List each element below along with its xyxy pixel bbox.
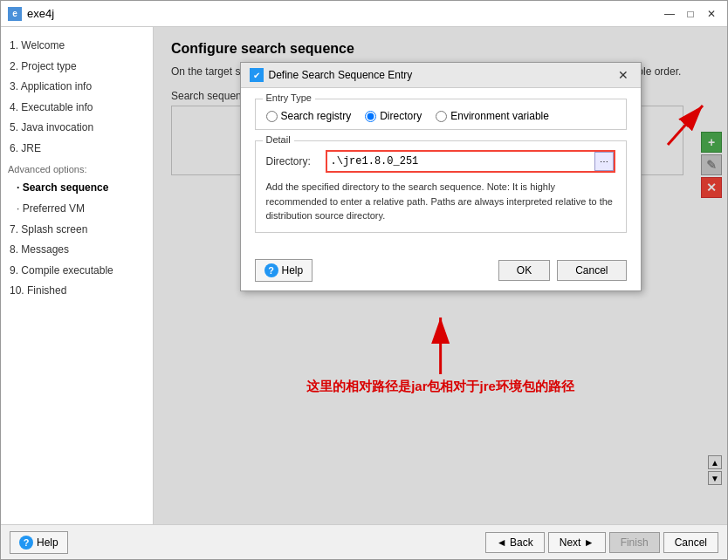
back-button[interactable]: ◄ Back — [485, 532, 545, 553]
window-title: exe4j — [27, 7, 54, 20]
sidebar-item-project-type[interactable]: 2. Project type — [8, 57, 146, 78]
bottom-right: ◄ Back Next ► Finish Cancel — [485, 532, 718, 553]
dialog-title-bar: ✔ Define Search Sequence Entry ✕ — [241, 63, 641, 88]
radio-input-env-variable[interactable] — [436, 111, 447, 122]
minimize-button[interactable]: — — [661, 5, 678, 23]
help-button[interactable]: ? Help — [10, 531, 68, 554]
bottom-bar: ? Help ◄ Back Next ► Finish Cancel — [1, 524, 727, 559]
title-bar-left: e exe4j — [8, 7, 54, 21]
sidebar-item-compile[interactable]: 9. Compile executable — [8, 261, 146, 282]
sidebar-item-messages[interactable]: 8. Messages — [8, 240, 146, 261]
radio-env-variable[interactable]: Environment variable — [436, 110, 549, 122]
sidebar-item-finished[interactable]: 10. Finished — [8, 281, 146, 302]
help-icon: ? — [264, 263, 278, 277]
sidebar-item-preferred-vm[interactable]: · Preferred VM — [8, 199, 146, 220]
sidebar-item-java-invoc[interactable]: 5. Java invocation — [8, 118, 146, 139]
dialog-body: Entry Type Search registry Directory — [241, 88, 641, 254]
sidebar-item-exec-info[interactable]: 4. Executable info — [8, 98, 146, 119]
detail-label: Detail — [263, 134, 294, 145]
dialog-title-icon: ✔ — [250, 68, 264, 82]
bottom-help-icon: ? — [19, 536, 33, 550]
radio-input-search-registry[interactable] — [266, 111, 278, 122]
sidebar-item-app-info[interactable]: 3. Application info — [8, 77, 146, 98]
sidebar-item-splash[interactable]: 7. Splash screen — [8, 220, 146, 241]
dialog-footer: ? Help OK Cancel — [241, 254, 641, 290]
browse-button[interactable]: ⋯ — [594, 152, 614, 171]
next-button[interactable]: Next ► — [548, 532, 606, 553]
directory-row: Directory: ⋯ — [266, 150, 615, 173]
finish-button[interactable]: Finish — [609, 532, 660, 553]
radio-input-directory[interactable] — [365, 111, 376, 122]
main-content: 1. Welcome 2. Project type 3. Applicatio… — [1, 27, 727, 524]
dialog-title-left: ✔ Define Search Sequence Entry — [250, 68, 413, 82]
detail-note: Add the specified directory to the searc… — [266, 180, 615, 223]
dialog-close-button[interactable]: ✕ — [615, 68, 632, 82]
detail-group: Detail Directory: ⋯ Add the specified di… — [255, 140, 627, 233]
entry-type-label: Entry Type — [263, 92, 315, 103]
sidebar: 1. Welcome 2. Project type 3. Applicatio… — [1, 27, 154, 524]
sidebar-item-search-seq[interactable]: · Search sequence — [8, 178, 146, 199]
title-bar: e exe4j — □ ✕ — [1, 1, 727, 27]
sidebar-item-jre[interactable]: 6. JRE — [8, 139, 146, 160]
directory-label: Directory: — [266, 155, 319, 167]
define-search-entry-dialog: ✔ Define Search Sequence Entry ✕ Entry T… — [240, 62, 642, 291]
close-window-button[interactable]: ✕ — [703, 5, 720, 23]
radio-search-registry[interactable]: Search registry — [266, 110, 352, 122]
dialog-title-text: Define Search Sequence Entry — [269, 69, 413, 81]
main-window: e exe4j — □ ✕ 1. Welcome 2. Project type… — [0, 0, 728, 560]
bottom-left: ? Help — [10, 531, 68, 554]
directory-input-wrapper: ⋯ — [326, 150, 615, 173]
entry-type-radio-group: Search registry Directory Environment va… — [266, 110, 615, 122]
entry-type-group: Entry Type Search registry Directory — [255, 99, 627, 130]
content-area: Configure search sequence On the target … — [154, 27, 727, 524]
dialog-footer-left: ? Help — [255, 259, 491, 282]
app-icon: e — [8, 7, 22, 21]
sidebar-item-welcome[interactable]: 1. Welcome — [8, 36, 146, 57]
advanced-options-label: Advanced options: — [8, 161, 146, 179]
dialog-help-button[interactable]: ? Help — [255, 259, 313, 282]
dialog-overlay: ✔ Define Search Sequence Entry ✕ Entry T… — [154, 27, 727, 524]
cancel-button[interactable]: Cancel — [663, 532, 718, 553]
directory-input[interactable] — [327, 153, 594, 170]
radio-directory[interactable]: Directory — [365, 110, 422, 122]
maximize-button[interactable]: □ — [682, 5, 699, 23]
title-bar-controls: — □ ✕ — [661, 5, 720, 23]
dialog-cancel-button[interactable]: Cancel — [557, 260, 626, 281]
dialog-ok-button[interactable]: OK — [498, 260, 550, 281]
